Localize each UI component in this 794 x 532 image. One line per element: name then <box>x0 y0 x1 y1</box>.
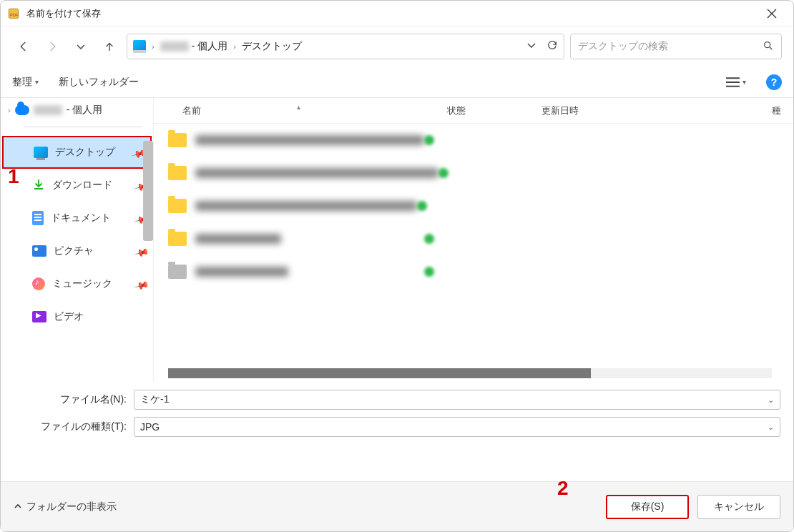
desktop-icon <box>133 40 146 53</box>
sidebar-label: ミュージック <box>52 277 112 290</box>
col-date[interactable]: 更新日時 <box>541 104 772 117</box>
file-row[interactable] <box>154 255 793 288</box>
col-name[interactable]: 名前 <box>154 104 447 117</box>
pictures-icon <box>32 245 46 257</box>
app-icon: PDF <box>6 6 21 21</box>
divider <box>24 127 142 127</box>
hide-folders-button[interactable]: フォルダーの非表示 <box>14 501 117 513</box>
view-button[interactable]: ▾ <box>726 72 746 92</box>
cloud-icon <box>15 105 29 115</box>
column-headers: 名前 状態 更新日時 種 <box>154 98 793 124</box>
save-button[interactable]: 保存(S) <box>606 495 689 519</box>
search-placeholder: デスクトップの検索 <box>578 40 757 53</box>
svg-text:PDF: PDF <box>10 12 19 16</box>
file-row[interactable] <box>154 157 793 189</box>
address-bar: › - 個人用 › デスクトップ デスクトップの検索 <box>1 26 793 66</box>
sidebar-item-videos[interactable]: ビデオ <box>1 300 153 333</box>
filetype-select[interactable]: JPG⌄ <box>134 417 780 437</box>
music-icon <box>32 277 45 290</box>
titlebar: PDF 名前を付けて保存 <box>1 1 793 26</box>
sidebar-scrollbar[interactable] <box>143 141 153 241</box>
chevron-icon: › <box>230 42 239 51</box>
sidebar-item-desktop[interactable]: デスクトップ 📌 <box>2 136 152 169</box>
back-button[interactable] <box>12 35 35 58</box>
document-icon <box>32 211 44 225</box>
col-type[interactable]: 種 <box>772 104 793 117</box>
video-icon <box>32 311 46 322</box>
sidebar-item-pictures[interactable]: ピクチャ 📌 <box>1 235 153 267</box>
expand-icon: › <box>8 106 11 114</box>
filename-label: ファイル名(N): <box>14 393 134 406</box>
sidebar: › - 個人用 デスクトップ 📌 ダウンロード 📌 ドキュメント 📌 ピクチャ … <box>1 98 154 381</box>
file-row[interactable] <box>154 124 793 157</box>
forward-button[interactable] <box>41 35 64 58</box>
recent-button[interactable] <box>69 35 92 58</box>
blurred-user <box>160 41 189 51</box>
main-area: › - 個人用 デスクトップ 📌 ダウンロード 📌 ドキュメント 📌 ピクチャ … <box>1 98 793 381</box>
sidebar-label: ダウンロード <box>52 179 112 192</box>
new-folder-button[interactable]: 新しいフォルダー <box>59 76 139 89</box>
svg-point-2 <box>765 41 770 47</box>
folder-icon <box>168 232 187 246</box>
pin-icon: 📌 <box>134 244 147 257</box>
pin-icon: 📌 <box>134 277 147 290</box>
filetype-label: ファイルの種類(T): <box>14 420 134 433</box>
sidebar-onedrive[interactable]: › - 個人用 <box>1 98 153 122</box>
chevron-icon: › <box>149 42 157 51</box>
filename-input[interactable]: ミケ-1⌄ <box>134 390 780 410</box>
refresh-button[interactable] <box>547 39 558 54</box>
search-icon <box>763 40 774 54</box>
search-input[interactable]: デスクトップの検索 <box>570 34 782 59</box>
horizontal-scrollbar[interactable] <box>168 368 772 378</box>
folder-icon <box>168 133 187 147</box>
folder-icon <box>168 265 187 279</box>
sidebar-label: ビデオ <box>54 310 84 323</box>
sidebar-item-documents[interactable]: ドキュメント 📌 <box>1 202 153 235</box>
sidebar-item-downloads[interactable]: ダウンロード 📌 <box>1 169 153 202</box>
window-title: 名前を付けて保存 <box>26 7 756 20</box>
sidebar-item-music[interactable]: ミュージック 📌 <box>1 267 153 300</box>
dropdown-icon[interactable]: ⌄ <box>768 395 774 405</box>
download-icon <box>32 178 45 193</box>
close-button[interactable] <box>756 1 788 26</box>
sidebar-label: ピクチャ <box>54 245 94 257</box>
cancel-button[interactable]: キャンセル <box>697 495 780 519</box>
sidebar-label: デスクトップ <box>55 146 115 159</box>
desktop-icon <box>34 147 48 158</box>
file-row[interactable] <box>154 222 793 255</box>
folder-icon <box>168 199 187 213</box>
path-user[interactable]: - 個人用 <box>192 40 228 53</box>
blurred-user <box>34 105 62 115</box>
sidebar-label: ドキュメント <box>51 212 111 225</box>
path-desktop[interactable]: デスクトップ <box>242 40 302 53</box>
help-button[interactable]: ? <box>766 74 782 90</box>
organize-button[interactable]: 整理▾ <box>12 76 39 89</box>
file-pane: 名前 状態 更新日時 種 <box>154 98 793 381</box>
footer: フォルダーの非表示 保存(S) キャンセル <box>1 481 793 531</box>
up-button[interactable] <box>98 35 121 58</box>
dropdown-icon[interactable]: ⌄ <box>768 423 774 432</box>
path-box[interactable]: › - 個人用 › デスクトップ <box>127 34 564 59</box>
col-status[interactable]: 状態 <box>447 104 541 117</box>
chevron-up-icon <box>14 501 22 513</box>
form-area: ファイル名(N): ミケ-1⌄ ファイルの種類(T): JPG⌄ <box>1 381 793 447</box>
toolbar: 整理▾ 新しいフォルダー ▾ ? <box>1 66 793 98</box>
file-row[interactable] <box>154 189 793 222</box>
folder-icon <box>168 166 187 180</box>
path-dropdown-icon[interactable] <box>526 40 536 53</box>
